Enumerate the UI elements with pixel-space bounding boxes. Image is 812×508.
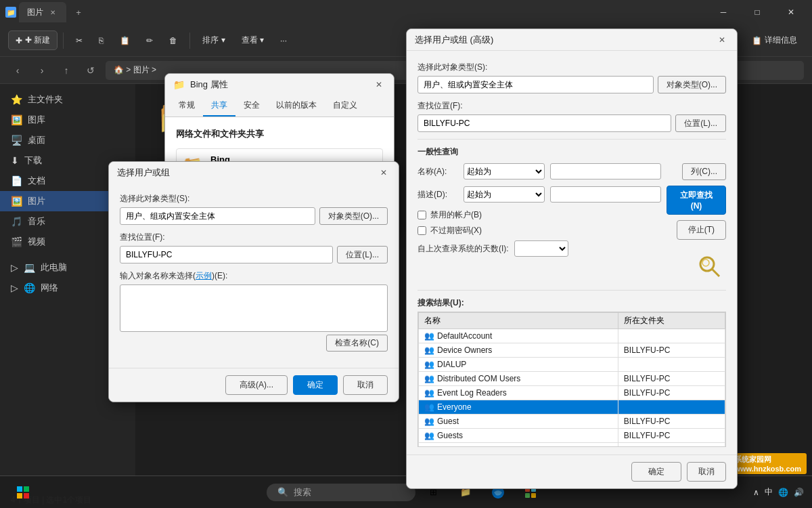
location-btn[interactable]: 位置(L)... <box>337 246 388 263</box>
desktop-icon: 🖥️ <box>11 135 22 146</box>
details-toggle[interactable]: 📋 详细信息 <box>745 31 804 49</box>
start-btn[interactable] <box>8 479 38 506</box>
advanced-dialog-body: 选择此对象类型(S): 用户、组或内置安全主体 对象类型(O)... 查找位置(… <box>407 51 737 454</box>
object-type-label: 选择此对象类型(S): <box>120 193 388 205</box>
adv-location-field: BILLYFU-PC 位置(L)... <box>418 114 726 132</box>
select-user-close-btn[interactable]: ✕ <box>377 166 390 179</box>
col-btn[interactable]: 列(C)... <box>682 163 726 180</box>
table-row[interactable]: 👥Hyper-V AdministratorsBILLYFU-PC <box>419 443 725 448</box>
sidebar-label: 视频 <box>28 236 45 248</box>
back-btn[interactable]: ‹ <box>8 61 27 80</box>
object-type-row: 选择此对象类型(S): 用户、组或内置安全主体 对象类型(O)... <box>120 193 388 225</box>
result-folder-cell: BILLYFU-PC <box>618 429 725 443</box>
svg-rect-10 <box>525 493 530 498</box>
adv-object-type-btn[interactable]: 对象类型(O)... <box>658 76 726 93</box>
svg-rect-6 <box>24 493 29 499</box>
advanced-select-dialog: 选择用户或组 (高级) ✕ 选择此对象类型(S): 用户、组或内置安全主体 对象… <box>406 28 738 489</box>
documents-icon: 📄 <box>11 175 22 186</box>
speaker-tray-icon: 🔊 <box>794 488 804 497</box>
minimize-btn[interactable]: ─ <box>708 0 739 24</box>
watermark: 系统家园网www.hnzkosb.com <box>729 453 807 474</box>
taskbar-start <box>8 479 38 506</box>
select-user-cancel-btn[interactable]: 取消 <box>343 375 388 395</box>
sidebar-label: 网络 <box>41 282 58 294</box>
select-user-ok-btn[interactable]: 确定 <box>293 375 338 395</box>
sidebar-label: 桌面 <box>28 134 45 146</box>
results-body: 👥DefaultAccount👥Device OwnersBILLYFU-PC👥… <box>419 329 725 448</box>
select-user-footer: 高级(A)... 确定 取消 <box>109 368 399 402</box>
chevron-up-icon[interactable]: ∧ <box>753 488 759 497</box>
sidebar-item-desktop[interactable]: 🖥️ 桌面 <box>0 130 135 150</box>
table-row[interactable]: 👥GuestsBILLYFU-PC <box>419 429 725 443</box>
table-row[interactable]: 👥Device OwnersBILLYFU-PC <box>419 343 725 358</box>
table-row[interactable]: 👥DefaultAccount <box>419 329 725 343</box>
name-filter-select[interactable]: 起始为 <box>464 163 545 179</box>
explorer-tab[interactable]: 图片 ✕ <box>19 2 66 22</box>
result-folder-cell: BILLYFU-PC <box>618 443 725 448</box>
result-name-cell: 👥Hyper-V Administrators <box>419 443 618 448</box>
bing-dialog-close-btn[interactable]: ✕ <box>372 78 386 91</box>
tab-close-btn[interactable]: ✕ <box>47 7 58 18</box>
tab-custom[interactable]: 自定义 <box>325 96 365 117</box>
close-btn[interactable]: ✕ <box>775 0 807 24</box>
gallery-icon: 🖼️ <box>11 114 22 125</box>
copy-btn[interactable]: ⎘ <box>92 33 110 49</box>
bing-dialog-title-bar: 📁 Bing 属性 ✕ <box>165 74 394 96</box>
up-btn[interactable]: ↑ <box>57 61 76 80</box>
object-name-input[interactable] <box>120 284 388 332</box>
share-section-title: 网络文件和文件夹共享 <box>176 128 383 140</box>
sidebar-item-home[interactable]: ⭐ 主文件夹 <box>0 89 135 110</box>
adv-location-label: 查找位置(F): <box>418 100 726 112</box>
find-now-btn[interactable]: 立即查找(N) <box>667 186 726 215</box>
disabled-accounts-checkbox[interactable] <box>418 211 426 219</box>
table-row[interactable]: 👥DIALUP <box>419 358 725 372</box>
table-row[interactable]: 👥Everyone <box>419 400 725 415</box>
refresh-btn[interactable]: ↺ <box>81 61 100 80</box>
tab-security[interactable]: 安全 <box>235 96 268 117</box>
name-filter-input[interactable] <box>550 163 661 179</box>
view-btn[interactable]: 查看 ▾ <box>235 31 271 49</box>
user-icon: 👥 <box>424 331 434 341</box>
no-expired-pwd-checkbox[interactable] <box>418 226 426 235</box>
table-row[interactable]: 👥GuestBILLYFU-PC <box>419 415 725 429</box>
rename-btn[interactable]: ✏ <box>139 33 160 49</box>
sidebar-item-gallery[interactable]: 🖼️ 图库 <box>0 110 135 130</box>
maximize-btn[interactable]: □ <box>742 0 773 24</box>
adv-ok-btn[interactable]: 确定 <box>631 462 681 482</box>
new-btn[interactable]: ✚ ✚ 新建 <box>8 30 58 50</box>
sidebar-label: 音乐 <box>28 215 45 228</box>
search-decoration <box>694 251 726 283</box>
desc-filter-input[interactable] <box>550 186 661 203</box>
tab-add-btn[interactable]: + <box>69 3 88 22</box>
user-icon: 👥 <box>424 388 434 398</box>
delete-btn[interactable]: 🗑 <box>162 33 184 49</box>
check-name-btn[interactable]: 检查名称(C) <box>326 335 388 352</box>
tab-previous[interactable]: 以前的版本 <box>268 96 325 117</box>
forward-btn[interactable]: › <box>32 61 51 80</box>
more-btn[interactable]: ··· <box>273 33 294 49</box>
advanced-btn[interactable]: 高级(A)... <box>225 375 288 395</box>
cut-btn[interactable]: ✂ <box>69 33 89 49</box>
result-name-cell: 👥Guest <box>419 415 618 429</box>
sort-btn[interactable]: 排序 ▾ <box>196 31 231 49</box>
bing-dialog-tabs: 常规 共享 安全 以前的版本 自定义 <box>165 96 394 117</box>
globe-icon: 🌐 <box>24 282 35 293</box>
adv-location-btn[interactable]: 位置(L)... <box>675 114 726 132</box>
tab-share[interactable]: 共享 <box>203 96 235 117</box>
results-header: 名称 所在文件夹 <box>419 313 725 329</box>
desc-filter-select[interactable]: 起始为 <box>464 186 545 203</box>
select-user-dialog: 选择用户或组 ✕ 选择此对象类型(S): 用户、组或内置安全主体 对象类型(O)… <box>108 161 399 402</box>
days-since-logon-select[interactable] <box>514 240 568 257</box>
new-icon: ✚ <box>16 36 22 45</box>
table-row[interactable]: 👥Event Log ReadersBILLYFU-PC <box>419 386 725 400</box>
results-container[interactable]: 名称 所在文件夹 👥DefaultAccount👥Device OwnersBI… <box>418 312 726 447</box>
adv-cancel-btn[interactable]: 取消 <box>687 462 726 482</box>
table-row[interactable]: 👥Distributed COM UsersBILLYFU-PC <box>419 372 725 386</box>
taskbar-search-box[interactable]: 🔍 搜索 <box>267 484 415 501</box>
stop-btn[interactable]: 停止(T) <box>677 220 726 240</box>
advanced-close-btn[interactable]: ✕ <box>715 33 729 47</box>
tab-general[interactable]: 常规 <box>171 96 203 117</box>
example-link[interactable]: 示例 <box>196 271 212 280</box>
object-type-btn[interactable]: 对象类型(O)... <box>319 207 388 225</box>
paste-btn[interactable]: 📋 <box>113 33 137 49</box>
